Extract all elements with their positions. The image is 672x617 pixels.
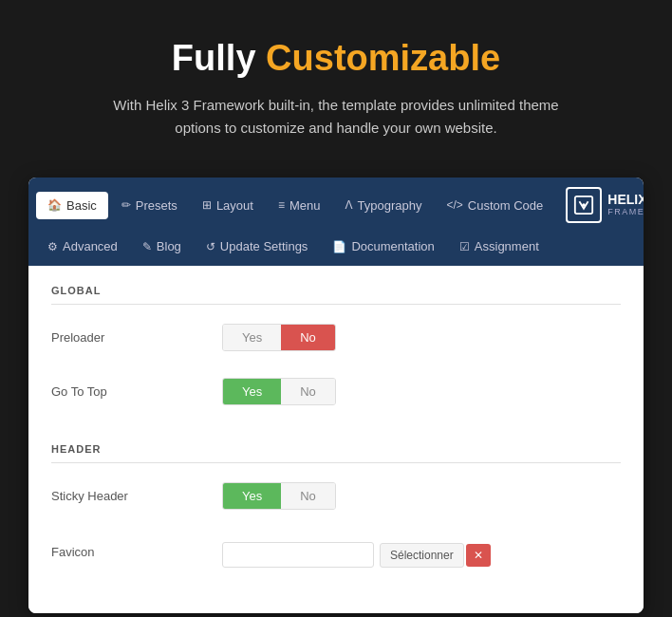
sticky-header-yes-button[interactable]: Yes: [223, 483, 281, 509]
preloader-yes-button[interactable]: Yes: [223, 325, 281, 350]
code-icon: </>: [446, 198, 462, 212]
pencil-icon: ✏: [121, 198, 131, 212]
doc-icon: 📄: [332, 240, 346, 253]
panel-container: 🏠 Basic ✏ Presets ⊞ Layout ≡ Menu Λ Typo…: [28, 178, 644, 613]
home-icon: 🏠: [47, 198, 62, 212]
helix-sub: FRAMEWORK: [607, 208, 644, 217]
go-to-top-yes-button[interactable]: Yes: [223, 379, 281, 404]
nav-label-presets: Presets: [136, 198, 177, 213]
refresh-icon: ↺: [206, 240, 215, 253]
layout-icon: ⊞: [202, 198, 212, 212]
sticky-header-toggle-group: Yes No: [222, 482, 336, 510]
hero-title-plain: Fully: [172, 38, 266, 78]
nav-label-basic: Basic: [66, 198, 97, 213]
hero-title-highlight: Customizable: [266, 38, 500, 78]
setting-row-preloader: Preloader Yes No: [51, 324, 621, 361]
hero-section: Fully Customizable With Helix 3 Framewor…: [0, 0, 672, 168]
nav-item-presets[interactable]: ✏ Presets: [110, 192, 189, 219]
go-to-top-label: Go To Top: [51, 384, 222, 399]
favicon-label: Favicon: [51, 545, 222, 559]
preloader-no-button[interactable]: No: [281, 325, 335, 350]
favicon-input[interactable]: [222, 542, 374, 568]
nav-item-advanced[interactable]: ⚙ Advanced: [36, 233, 129, 260]
navbar-top: 🏠 Basic ✏ Presets ⊞ Layout ≡ Menu Λ Typo…: [28, 178, 644, 233]
go-to-top-no-button[interactable]: No: [281, 379, 335, 404]
nav-item-assignment[interactable]: ☑ Assignment: [448, 233, 551, 260]
section-header-global: GLOBAL: [51, 285, 621, 305]
hero-subtitle: With Helix 3 Framework built-in, the tem…: [89, 94, 583, 140]
setting-row-favicon: Favicon Sélectionner ✕: [51, 536, 621, 577]
gear-icon: ⚙: [47, 240, 58, 253]
nav-item-documentation[interactable]: 📄 Documentation: [321, 233, 445, 260]
svg-point-1: [582, 203, 586, 207]
helix-brand-text: HELIX3 FRAMEWORK: [607, 193, 644, 216]
assignment-icon: ☑: [459, 240, 470, 253]
favicon-controls: Sélectionner ✕: [222, 542, 491, 568]
nav-label-documentation: Documentation: [351, 239, 434, 253]
blog-icon: ✎: [142, 240, 152, 253]
hero-title: Fully Customizable: [19, 38, 653, 79]
sticky-header-label: Sticky Header: [51, 489, 222, 503]
nav-label-layout: Layout: [216, 198, 253, 213]
nav-label-menu: Menu: [289, 198, 321, 213]
setting-row-go-to-top: Go To Top Yes No: [51, 378, 621, 415]
setting-row-sticky-header: Sticky Header Yes No: [51, 482, 621, 519]
navbar-bottom: ⚙ Advanced ✎ Blog ↺ Update Settings 📄 Do…: [28, 233, 644, 266]
content-area: GLOBAL Preloader Yes No Go To Top Yes No…: [28, 266, 644, 613]
preloader-label: Preloader: [51, 330, 222, 345]
nav-item-typography[interactable]: Λ Typography: [333, 192, 433, 219]
section-header-header: HEADER: [51, 443, 621, 463]
sticky-header-no-button[interactable]: No: [281, 483, 335, 509]
preloader-toggle-group: Yes No: [222, 324, 336, 351]
go-to-top-toggle-group: Yes No: [222, 378, 336, 405]
favicon-remove-button[interactable]: ✕: [466, 544, 491, 567]
nav-item-layout[interactable]: ⊞ Layout: [191, 192, 265, 219]
navbar: 🏠 Basic ✏ Presets ⊞ Layout ≡ Menu Λ Typo…: [28, 178, 644, 266]
nav-item-basic[interactable]: 🏠 Basic: [36, 192, 108, 219]
nav-label-advanced: Advanced: [63, 239, 118, 253]
menu-icon: ≡: [278, 198, 285, 212]
nav-item-custom-code[interactable]: </> Custom Code: [435, 192, 554, 219]
helix-brand: HELIX3: [607, 192, 644, 207]
nav-label-update-settings: Update Settings: [220, 239, 308, 253]
helix-logo-box: [566, 187, 602, 223]
helix-logo: HELIX3 FRAMEWORK: [556, 183, 644, 227]
favicon-select-button[interactable]: Sélectionner: [380, 543, 464, 568]
nav-label-blog: Blog: [157, 239, 181, 253]
nav-label-typography: Typography: [357, 198, 421, 213]
nav-item-update-settings[interactable]: ↺ Update Settings: [195, 233, 320, 260]
typography-icon: Λ: [345, 198, 352, 212]
helix-logo-svg: [573, 195, 594, 215]
nav-label-custom-code: Custom Code: [468, 198, 543, 213]
nav-item-menu[interactable]: ≡ Menu: [267, 192, 332, 219]
nav-label-assignment: Assignment: [475, 239, 539, 253]
nav-item-blog[interactable]: ✎ Blog: [131, 233, 193, 260]
